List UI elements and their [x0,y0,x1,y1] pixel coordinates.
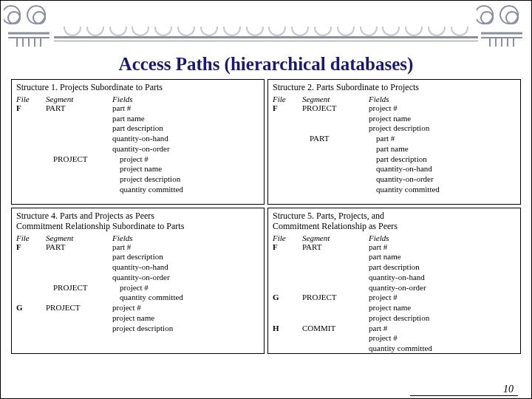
segment-cell: PART [302,242,369,293]
column-header: Segment [302,95,369,103]
column-header: Segment [46,95,112,103]
field-item: part # [112,242,261,253]
fields-cell: part #part descriptionquantity-on-handqu… [112,242,261,283]
fields-cell: project #project nameproject description… [112,154,261,195]
segment-cell: PROJECT [302,293,369,323]
field-item: quantity-on-hand [112,134,261,144]
segment-cell: PART [46,103,112,154]
column-header: Fields [369,233,517,242]
field-item: project # [112,283,261,293]
column-headers: FileSegmentFields [273,233,517,242]
fields-cell: part #part namepart descriptionquantity-… [369,134,517,195]
fields-cell: part #part namepart descriptionquantity-… [112,103,261,154]
field-item: quantity committed [112,293,261,303]
field-item: project name [369,303,517,313]
field-item: project name [369,114,517,124]
fields-cell: project #project nameproject description [112,303,261,333]
field-item: project description [112,324,261,334]
file-cell: F [273,242,302,293]
field-item: project # [112,154,261,165]
field-item: project # [369,103,517,114]
segment-cell: PROJECT [46,283,112,304]
field-item: quantity-on-hand [369,164,517,174]
segment-cell: PROJECT [46,303,112,333]
field-item: quantity-on-order [369,174,517,185]
slide: Access Paths (hierarchical databases) St… [0,0,532,399]
column-header: Segment [302,233,369,242]
file-cell: F [273,103,302,134]
structure-5-panel: Structure 5. Parts, Projects, and Commit… [267,208,521,354]
field-item: quantity committed [369,344,517,354]
file-cell: G [273,293,302,323]
field-item: part name [369,144,517,154]
field-item: quantity-on-order [112,144,261,154]
field-item: project name [112,313,261,324]
structure-caption: Structure 4. Parts and Projects as Peers… [16,211,261,232]
header-rule-thick [54,36,478,38]
fields-cell: part #part namepart descriptionquantity-… [369,242,517,293]
segment-cell: PART [302,134,369,195]
column-header: File [273,95,302,103]
field-item: part name [112,114,261,124]
field-item: part name [369,252,517,262]
segment-row: FPARTpart #part descriptionquantity-on-h… [16,242,261,283]
file-cell [16,283,46,304]
column-headers: FileSegmentFields [16,233,261,242]
fields-cell: project #project nameproject description [369,293,517,323]
column-headers: FileSegmentFields [273,95,517,103]
column-headers: FileSegmentFields [16,95,261,103]
field-item: part # [112,103,261,114]
segment-cell: PART [46,242,112,283]
field-item: project name [112,164,261,174]
field-item: part description [369,262,517,273]
segment-cell: PROJECT [302,103,369,134]
segment-row: GPROJECTproject #project nameproject des… [16,303,261,333]
ionic-column-left-icon [4,5,55,47]
segment-row: HCOMMITpart #project #quantity committed [273,324,517,354]
field-item: quantity-on-order [112,273,261,283]
field-item: quantity committed [112,185,261,195]
structure-1-panel: Structure 1. Projects Subordinate to Par… [11,79,265,205]
decorative-header [1,1,531,47]
field-item: project description [112,174,261,185]
field-item: project # [112,303,261,313]
field-item: part # [369,324,517,334]
structure-2-panel: Structure 2. Parts Subordinate to Projec… [267,79,521,205]
structure-caption: Structure 2. Parts Subordinate to Projec… [273,83,517,93]
file-cell: F [16,103,46,154]
file-cell: G [16,303,46,333]
file-cell [273,134,302,195]
fields-cell: part #project #quantity committed [369,324,517,354]
column-header: Fields [112,95,261,103]
structure-caption: Structure 1. Projects Subordinate to Par… [16,83,261,93]
fields-cell: project #quantity committed [112,283,261,304]
segment-cell: COMMIT [302,324,369,354]
field-item: part description [112,252,261,262]
slide-title: Access Paths (hierarchical databases) [1,54,531,75]
field-item: project # [369,333,517,344]
segment-row: PROJECTproject #project nameproject desc… [16,154,261,195]
field-item: part description [369,154,517,165]
column-header: Fields [369,95,517,103]
scallop-row-icon [64,27,468,35]
structure-caption: Structure 5. Parts, Projects, and Commit… [273,211,517,232]
column-header: File [16,233,46,242]
structure-grid: Structure 1. Projects Subordinate to Par… [1,79,531,354]
structure-4-panel: Structure 4. Parts and Projects as Peers… [11,208,265,354]
segment-row: FPROJECTproject #project nameproject des… [273,103,517,134]
field-item: quantity-on-hand [369,273,517,283]
column-header: Segment [46,233,112,242]
file-cell: H [273,324,302,354]
fields-cell: project #project nameproject description [369,103,517,134]
segment-row: PARTpart #part namepart descriptionquant… [273,134,517,195]
ionic-column-right-icon [477,5,528,47]
field-item: quantity-on-hand [112,262,261,273]
field-item: quantity committed [369,185,517,195]
segment-cell: PROJECT [46,154,112,195]
field-item: project description [369,313,517,324]
field-item: project description [369,123,517,134]
column-header: Fields [112,233,261,242]
page-number: 10 [410,383,518,396]
segment-row: FPARTpart #part namepart descriptionquan… [273,242,517,293]
header-rule-thin [54,41,478,41]
